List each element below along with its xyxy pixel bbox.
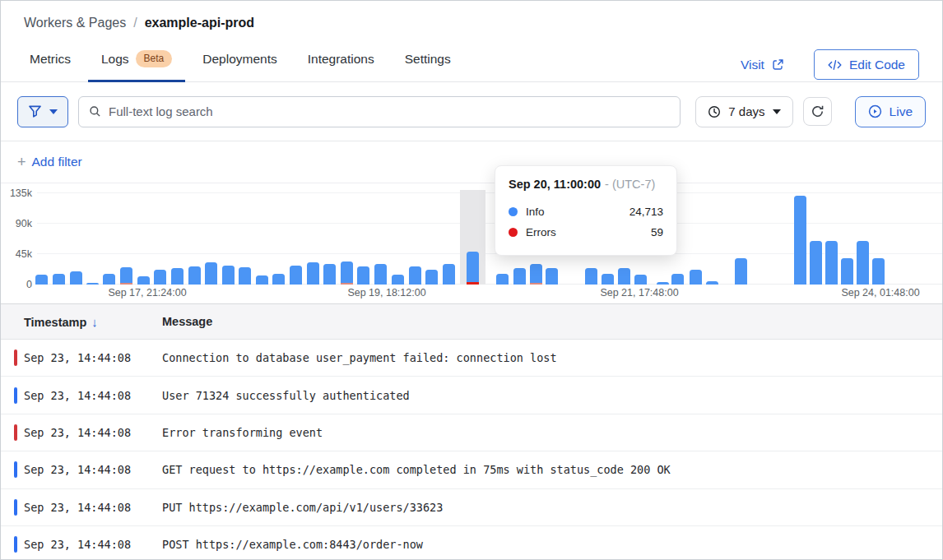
visit-link[interactable]: Visit xyxy=(741,58,784,72)
external-link-icon xyxy=(772,58,784,71)
table-row[interactable]: Sep 23, 14:44:08POST https://example.com… xyxy=(1,526,942,560)
chart-bar[interactable] xyxy=(671,274,684,285)
log-timestamp: Sep 23, 14:44:08 xyxy=(1,501,162,514)
plus-icon: + xyxy=(17,155,26,169)
chart-bar[interactable] xyxy=(443,264,455,285)
edit-code-label: Edit Code xyxy=(849,58,905,72)
tab-logs[interactable]: LogsBeta xyxy=(88,52,185,81)
chart-bar[interactable] xyxy=(137,276,150,285)
play-circle-icon xyxy=(868,104,882,118)
chart-bar[interactable] xyxy=(513,268,526,285)
chart-bar[interactable] xyxy=(467,252,479,285)
chart-bar[interactable] xyxy=(602,274,614,285)
chart-bar[interactable] xyxy=(530,264,542,285)
add-filter-row: + Add filter xyxy=(1,141,942,183)
breadcrumb: Workers & Pages/example-api-prod xyxy=(24,16,254,30)
chart-bar[interactable] xyxy=(857,241,869,285)
live-button[interactable]: Live xyxy=(855,96,926,127)
log-message: User 71324 successfully authenticated xyxy=(162,389,942,402)
chart-bar[interactable] xyxy=(103,274,115,285)
chart-bar[interactable] xyxy=(496,274,509,285)
chart-bar[interactable] xyxy=(35,275,48,285)
time-range-button[interactable]: 7 days xyxy=(695,96,792,127)
chart-bar[interactable] xyxy=(256,275,268,285)
chart-bar[interactable] xyxy=(735,258,747,285)
message-column-header: Message xyxy=(162,315,942,328)
chart-bar[interactable] xyxy=(546,268,558,285)
chart-bar[interactable] xyxy=(341,261,353,285)
chart-bar[interactable] xyxy=(425,270,438,285)
log-search-box[interactable] xyxy=(78,96,681,127)
tooltip-time: Sep 20, 11:00:00 xyxy=(509,178,601,191)
chart-bar[interactable] xyxy=(222,266,235,285)
search-input[interactable] xyxy=(109,104,670,118)
chart-bar[interactable] xyxy=(374,264,387,285)
chart-bar[interactable] xyxy=(657,282,669,285)
chart-bar[interactable] xyxy=(205,262,217,285)
chart-bar[interactable] xyxy=(585,268,597,285)
chart-bar[interactable] xyxy=(307,262,319,285)
tab-label: Metrics xyxy=(30,52,71,66)
table-row[interactable]: Sep 23, 14:44:08Error transforming event xyxy=(1,414,942,451)
filter-toolbar: 7 days Live xyxy=(1,82,942,141)
chart-bar[interactable] xyxy=(841,258,853,285)
tooltip-rows: Info 24,713 Errors 59 xyxy=(509,201,663,243)
chart-bar[interactable] xyxy=(70,271,82,285)
chart-bar[interactable] xyxy=(171,268,183,285)
tab-label: Settings xyxy=(405,52,451,66)
tab-label: Integrations xyxy=(308,52,374,66)
chart-bar[interactable] xyxy=(794,196,806,285)
chart-bar[interactable] xyxy=(323,264,336,285)
chart-bar[interactable] xyxy=(154,270,166,285)
chart-bar[interactable] xyxy=(618,268,630,285)
chart-bar[interactable] xyxy=(272,274,285,285)
tooltip-errors-label: Errors xyxy=(526,226,556,238)
chart-bar-error-segment xyxy=(341,283,353,285)
x-axis-tick-label: Sep 24, 01:48:00 xyxy=(819,287,942,299)
timestamp-column-header[interactable]: Timestamp↓ xyxy=(1,315,162,329)
chart-bar[interactable] xyxy=(239,267,251,285)
tab-integrations[interactable]: Integrations xyxy=(295,52,388,81)
chart-bar[interactable] xyxy=(634,275,647,285)
message-header-label: Message xyxy=(162,315,212,328)
chart-bar[interactable] xyxy=(357,266,369,285)
sort-desc-icon[interactable]: ↓ xyxy=(91,315,98,329)
tab-settings[interactable]: Settings xyxy=(392,52,464,81)
tab-deployments[interactable]: Deployments xyxy=(189,52,290,81)
log-level-indicator-info xyxy=(14,536,17,553)
add-filter-label: Add filter xyxy=(32,155,82,169)
chart-bar[interactable] xyxy=(392,275,404,285)
live-label: Live xyxy=(890,104,913,119)
tab-label: Logs xyxy=(101,52,129,66)
log-message: POST https://example.com:8443/order-now xyxy=(162,538,942,551)
funnel-icon xyxy=(28,104,42,118)
filter-dropdown-button[interactable] xyxy=(17,96,68,127)
chart-bar[interactable] xyxy=(188,266,201,285)
tab-bar: MetricsLogsBetaDeploymentsIntegrationsSe… xyxy=(16,52,468,81)
edit-code-button[interactable]: Edit Code xyxy=(814,49,919,80)
log-level-indicator-info xyxy=(14,387,17,404)
table-row[interactable]: Sep 23, 14:44:08User 71324 successfully … xyxy=(1,377,942,414)
timestamp-header-label: Timestamp xyxy=(24,316,86,329)
chart-bar[interactable] xyxy=(409,266,421,285)
chart-bar[interactable] xyxy=(86,283,99,285)
search-icon xyxy=(89,105,101,118)
chart-bar[interactable] xyxy=(690,270,702,285)
add-filter-button[interactable]: + Add filter xyxy=(17,155,82,169)
chart-bar[interactable] xyxy=(825,241,838,285)
breadcrumb-section[interactable]: Workers & Pages xyxy=(24,16,126,30)
log-level-indicator-error xyxy=(14,424,17,441)
chart-bar[interactable] xyxy=(706,281,718,285)
chart-bar[interactable] xyxy=(120,267,132,285)
chart-bar[interactable] xyxy=(810,241,822,285)
table-row[interactable]: Sep 23, 14:44:08PUT https://example.com/… xyxy=(1,489,942,526)
chart-bar[interactable] xyxy=(290,266,302,285)
tooltip-utc-offset: - (UTC-7) xyxy=(605,178,655,191)
log-volume-chart: 135k90k45k0 Sep 20, 11:00:00- (UTC-7) In… xyxy=(1,183,942,303)
table-row[interactable]: Sep 23, 14:44:08Connection to database u… xyxy=(1,340,942,377)
tab-metrics[interactable]: Metrics xyxy=(16,52,84,81)
chart-bar[interactable] xyxy=(872,258,885,285)
chart-bar[interactable] xyxy=(53,274,65,285)
refresh-button[interactable] xyxy=(803,97,832,126)
table-row[interactable]: Sep 23, 14:44:08GET request to https://e… xyxy=(1,451,942,488)
